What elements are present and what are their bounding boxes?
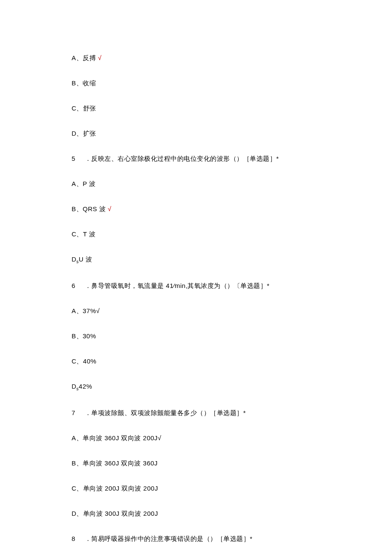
option-d: D、单向波 300J 双向波 200J	[72, 509, 392, 518]
option-b: B、30%	[72, 331, 392, 340]
question-text: ．简易呼吸器操作中的注意事项错误的是（）［单选题］*	[83, 535, 253, 542]
option-text: C、单向波 200J 双向波 200J	[72, 485, 158, 492]
option-text-a: D	[72, 256, 76, 263]
option-text: A、P 波	[72, 180, 95, 187]
option-text: B、收缩	[72, 79, 96, 87]
option-text: D、扩张	[72, 130, 96, 137]
option-a: A、单向波 360J 双向波 200J√	[72, 433, 392, 442]
option-text: B、QRS 波	[72, 205, 106, 212]
option-text-b: U 波	[79, 256, 92, 263]
option-a: A、P 波	[72, 179, 392, 188]
option-a: A、反搏 √	[72, 53, 392, 62]
option-text: C、T 波	[72, 230, 95, 238]
option-text-a: D	[72, 383, 76, 390]
option-b: B、收缩	[72, 78, 392, 87]
question-number: 7	[72, 408, 83, 417]
option-text: C、舒张	[72, 105, 96, 112]
question-6: 6 ．鼻导管吸氧时，氧流量是 41∕min,其氧浓度为（）〔单选题］*	[72, 281, 392, 290]
question-text: ．鼻导管吸氧时，氧流量是 41∕min,其氧浓度为（）〔单选题］*	[83, 282, 270, 289]
option-text: A、	[72, 54, 83, 61]
option-b: B、单向波 360J 双向波 360J	[72, 459, 392, 468]
option-text: B、30%	[72, 332, 96, 340]
option-text: A、单向波 360J 双向波 200J√	[72, 434, 161, 442]
question-number: 6	[72, 281, 83, 290]
question-number: 8	[72, 534, 83, 543]
option-value: 反搏	[83, 54, 96, 61]
option-b: B、QRS 波 √	[72, 204, 392, 213]
option-d: D、扩张	[72, 129, 392, 138]
option-d: DsU 波	[72, 255, 392, 265]
option-text: A、37%√	[72, 307, 100, 314]
option-text: B、单向波 360J 双向波 360J	[72, 459, 158, 467]
option-text: C、40%	[72, 357, 96, 365]
option-c: C、舒张	[72, 104, 392, 113]
option-c: C、单向波 200J 双向波 200J	[72, 484, 392, 493]
option-d: Ds42%	[72, 382, 392, 392]
check-icon: √	[98, 54, 102, 61]
option-c: C、T 波	[72, 230, 392, 238]
question-8: 8 ．简易呼吸器操作中的注意事项错误的是（）［单选题］*	[72, 534, 392, 543]
question-text: ．反映左、右心室除极化过程中的电位变化的波形（）［单选题］*	[83, 155, 279, 162]
option-c: C、40%	[72, 357, 392, 366]
check-icon: √	[108, 205, 112, 212]
question-text: ．单项波除颤、双项波除颤能量各多少（）［单选题］*	[83, 409, 246, 416]
option-text: D、单向波 300J 双向波 200J	[72, 510, 158, 517]
question-7: 7 ．单项波除颤、双项波除颤能量各多少（）［单选题］*	[72, 408, 392, 417]
option-text-b: 42%	[79, 383, 92, 390]
question-number: 5	[72, 154, 83, 163]
question-5: 5 ．反映左、右心室除极化过程中的电位变化的波形（）［单选题］*	[72, 154, 392, 163]
option-a: A、37%√	[72, 306, 392, 315]
